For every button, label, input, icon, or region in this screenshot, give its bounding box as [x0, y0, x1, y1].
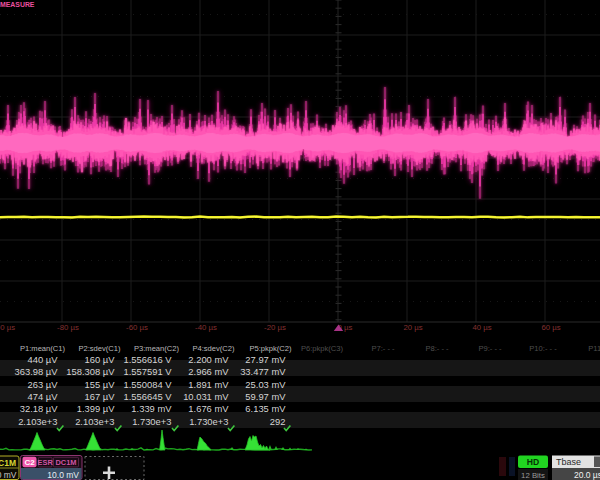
svg-text:-40 µs: -40 µs	[195, 323, 217, 332]
svg-text:Tbase: Tbase	[556, 457, 581, 467]
svg-text:25.03 mV: 25.03 mV	[245, 379, 286, 390]
svg-text:27.97 mV: 27.97 mV	[245, 354, 286, 365]
svg-text:12 Bits: 12 Bits	[521, 471, 545, 480]
svg-text:-80 µs: -80 µs	[57, 323, 79, 332]
svg-text:1.399 µV: 1.399 µV	[77, 403, 115, 414]
svg-text:20 µs: 20 µs	[403, 323, 422, 332]
svg-text:P2:sdev(C1): P2:sdev(C1)	[78, 344, 121, 353]
svg-text:160 µV: 160 µV	[85, 354, 116, 365]
svg-text:-60 µs: -60 µs	[126, 323, 148, 332]
svg-text:P8:- - -: P8:- - -	[425, 344, 449, 353]
svg-text:1.556616 V: 1.556616 V	[124, 354, 173, 365]
svg-text:40 µs: 40 µs	[472, 323, 491, 332]
svg-text:P7:- - -: P7:- - -	[371, 344, 395, 353]
svg-text:474 µV: 474 µV	[28, 391, 59, 402]
svg-text:2.103e+3: 2.103e+3	[18, 416, 57, 427]
svg-text:1.550084 V: 1.550084 V	[124, 379, 173, 390]
svg-text:167 µV: 167 µV	[85, 391, 116, 402]
svg-text:1.730e+3: 1.730e+3	[132, 416, 171, 427]
svg-text:32.18 µV: 32.18 µV	[20, 403, 58, 414]
svg-text:155 µV: 155 µV	[85, 379, 116, 390]
svg-text:HD: HD	[527, 457, 539, 467]
svg-text:2.966 mV: 2.966 mV	[188, 366, 229, 377]
svg-text:6.135 mV: 6.135 mV	[245, 403, 286, 414]
svg-text:292: 292	[270, 416, 286, 427]
svg-text:ESR: ESR	[38, 458, 54, 467]
svg-text:MEASURE: MEASURE	[0, 1, 35, 8]
svg-text:20.0 µs: 20.0 µs	[574, 470, 600, 480]
svg-text:263 µV: 263 µV	[28, 379, 59, 390]
svg-text:-20 µs: -20 µs	[264, 323, 286, 332]
svg-text:P1:mean(C1): P1:mean(C1)	[20, 344, 66, 353]
svg-text:1.556645 V: 1.556645 V	[124, 391, 173, 402]
svg-text:-100 µs: -100 µs	[0, 323, 15, 332]
svg-text:P5:pkpk(C2): P5:pkpk(C2)	[249, 344, 292, 353]
svg-text:C2: C2	[24, 458, 35, 467]
svg-text:2.200 mV: 2.200 mV	[188, 354, 229, 365]
svg-text:440 µV: 440 µV	[28, 354, 59, 365]
svg-text:P9:- - -: P9:- - -	[478, 344, 502, 353]
svg-text:10.031 mV: 10.031 mV	[183, 391, 229, 402]
svg-text:P6:pkpk(C3): P6:pkpk(C3)	[301, 344, 344, 353]
svg-text:158.308 µV: 158.308 µV	[66, 366, 115, 377]
svg-text:33.477 mV: 33.477 mV	[240, 366, 286, 377]
svg-text:2.103e+3: 2.103e+3	[75, 416, 114, 427]
svg-text:363.98 µV: 363.98 µV	[15, 366, 59, 377]
svg-text:1.676 mV: 1.676 mV	[188, 403, 229, 414]
svg-text:60 µs: 60 µs	[541, 323, 560, 332]
svg-text:10.0 mV: 10.0 mV	[47, 470, 79, 480]
svg-text:P11:-: P11:-	[588, 344, 600, 353]
svg-text:1.891 mV: 1.891 mV	[188, 379, 229, 390]
svg-text:1.557591 V: 1.557591 V	[124, 366, 173, 377]
svg-text:1.730e+3: 1.730e+3	[189, 416, 228, 427]
svg-text:10.0 mV: 10.0 mV	[0, 470, 17, 480]
svg-text:P4:sdev(C2): P4:sdev(C2)	[192, 344, 235, 353]
svg-text:59.97 mV: 59.97 mV	[245, 391, 286, 402]
svg-text:DC1M: DC1M	[0, 458, 16, 468]
svg-text:1.339 mV: 1.339 mV	[131, 403, 172, 414]
svg-text:P10:- - -: P10:- - -	[529, 344, 557, 353]
svg-text:P3:mean(C2): P3:mean(C2)	[134, 344, 180, 353]
svg-text:DC1M: DC1M	[56, 458, 77, 467]
